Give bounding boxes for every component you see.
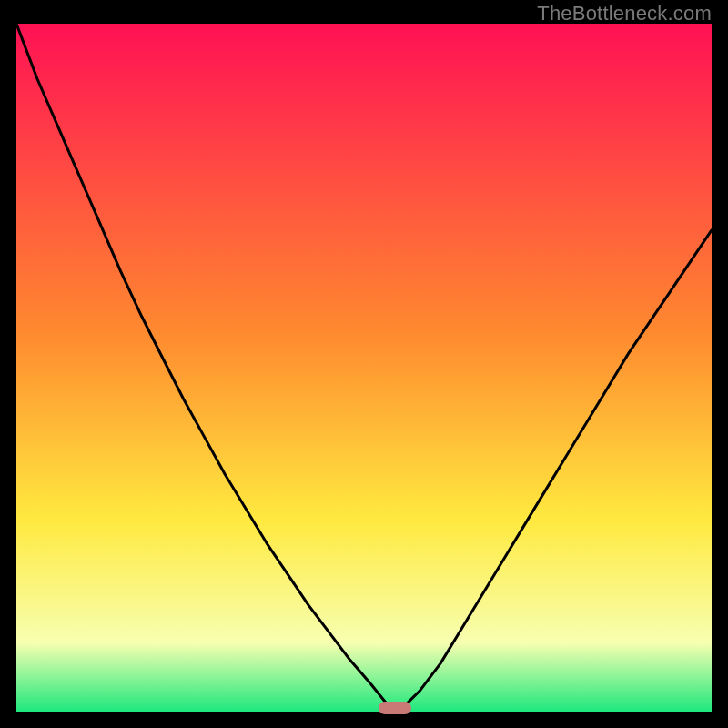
minimum-marker [379, 702, 411, 714]
plot-area [16, 24, 712, 712]
bottleneck-chart [16, 24, 712, 712]
chart-frame: TheBottleneck.com [0, 0, 728, 728]
gradient-background [16, 24, 712, 712]
watermark-label: TheBottleneck.com [537, 2, 712, 25]
